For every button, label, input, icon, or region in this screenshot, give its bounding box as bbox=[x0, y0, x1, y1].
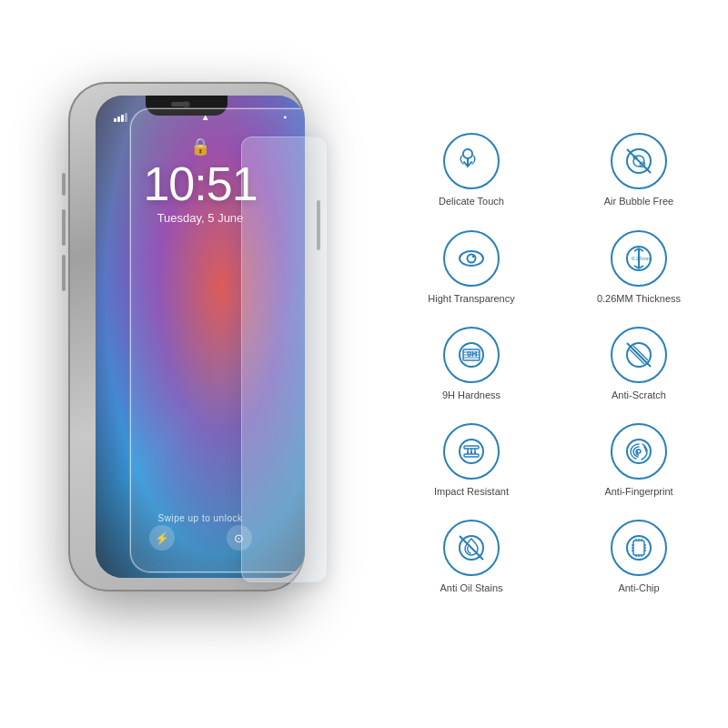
9h-icon-circle: 9H bbox=[443, 327, 500, 383]
impact-resistant-icon bbox=[455, 435, 488, 468]
svg-rect-41 bbox=[633, 541, 644, 555]
oil-icon-circle bbox=[443, 520, 500, 576]
fingerprint-icon bbox=[622, 435, 655, 468]
svg-line-25 bbox=[633, 346, 648, 360]
svg-point-6 bbox=[460, 251, 483, 266]
feature-anti-fingerprint: Anti-Fingerprint bbox=[559, 416, 719, 505]
feature-anti-scratch: Anti-Scratch bbox=[559, 319, 719, 409]
phone-notch bbox=[146, 96, 228, 116]
anti-scratch-icon bbox=[622, 339, 655, 371]
eye-icon bbox=[455, 242, 488, 275]
feature-air-bubble-free: Air Bubble Free bbox=[559, 126, 719, 215]
feature-thickness: 0.26mm 0.26MM Thickness bbox=[559, 223, 719, 312]
feature-impact-resistant: Impact Resistant bbox=[391, 416, 551, 505]
anti-chip-icon bbox=[622, 531, 655, 564]
oil-label: Anti Oil Stains bbox=[440, 581, 502, 594]
impact-label: Impact Resistant bbox=[434, 485, 509, 498]
svg-point-0 bbox=[463, 149, 472, 158]
glass-protector-detached bbox=[241, 136, 328, 582]
transparency-icon-circle bbox=[443, 230, 500, 287]
thickness-icon: 0.26mm bbox=[622, 242, 655, 275]
9h-hardness-icon: 9H bbox=[455, 339, 488, 371]
svg-line-26 bbox=[630, 349, 644, 364]
transparency-label: Hight Transparency bbox=[428, 292, 514, 305]
svg-point-37 bbox=[637, 450, 641, 453]
anti-scratch-icon-circle bbox=[611, 327, 667, 383]
volume-up-button bbox=[62, 209, 66, 246]
feature-anti-oil: Anti Oil Stains bbox=[391, 512, 551, 602]
feature-delicate-touch: Delicate Touch bbox=[391, 126, 551, 215]
anti-scratch-label: Anti-Scratch bbox=[612, 389, 666, 401]
thickness-label: 0.26MM Thickness bbox=[597, 292, 681, 305]
air-bubble-icon-circle bbox=[611, 133, 667, 189]
svg-point-7 bbox=[468, 254, 476, 262]
signal-icon bbox=[114, 112, 127, 122]
feature-anti-chip: Anti-Chip bbox=[559, 512, 719, 602]
fingerprint-label: Anti-Fingerprint bbox=[604, 485, 672, 498]
feature-9h-hardness: 9H 9H Hardness bbox=[391, 319, 551, 409]
phone-container: ▲ ▪ 🔒 10:51 Tuesday, 5 June Swipe up to … bbox=[55, 82, 328, 646]
bubble-icon bbox=[622, 145, 655, 177]
volume-down-button bbox=[62, 255, 66, 291]
delicate-touch-icon-circle bbox=[443, 133, 500, 189]
feature-high-transparency: Hight Transparency bbox=[391, 223, 551, 312]
svg-rect-29 bbox=[464, 454, 479, 457]
mute-button bbox=[62, 173, 66, 196]
chip-label: Anti-Chip bbox=[618, 581, 659, 594]
chip-icon-circle bbox=[611, 520, 667, 576]
phone-mockup-panel: ▲ ▪ 🔒 10:51 Tuesday, 5 June Swipe up to … bbox=[0, 0, 382, 728]
svg-text:9H: 9H bbox=[467, 349, 478, 359]
svg-point-8 bbox=[472, 255, 474, 257]
air-bubble-label: Air Bubble Free bbox=[604, 195, 673, 207]
features-panel: Delicate Touch Air Bubble Free bbox=[382, 0, 728, 728]
9h-label: 9H Hardness bbox=[442, 389, 500, 401]
svg-line-24 bbox=[632, 348, 646, 362]
features-grid: Delicate Touch Air Bubble Free bbox=[391, 126, 719, 602]
fingerprint-icon-circle bbox=[611, 423, 667, 480]
delicate-touch-label: Delicate Touch bbox=[439, 195, 504, 207]
oil-stains-icon bbox=[455, 531, 488, 564]
thickness-icon-circle: 0.26mm bbox=[611, 230, 667, 287]
touch-icon bbox=[455, 145, 488, 177]
svg-rect-28 bbox=[464, 446, 479, 449]
flashlight-icon: ⚡ bbox=[149, 525, 175, 551]
svg-text:0.26mm: 0.26mm bbox=[632, 256, 652, 261]
impact-icon-circle bbox=[443, 423, 500, 480]
battery-icon: ▪ bbox=[283, 112, 287, 122]
